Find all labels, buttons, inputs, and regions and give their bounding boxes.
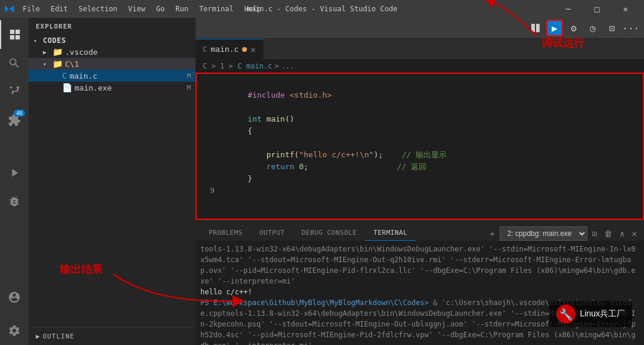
tree-root-codes[interactable]: ▾ CODES	[29, 35, 196, 46]
line-num-2	[196, 89, 215, 101]
code-line-3	[219, 101, 644, 113]
debug-icon[interactable]	[0, 187, 29, 216]
code-line-9: }	[219, 173, 644, 185]
tree-label-vscode: .vscode	[65, 48, 98, 57]
line-num-1	[196, 77, 215, 89]
editor-tabs-bar: C main.c ✕	[196, 39, 644, 60]
code-line-6	[219, 137, 644, 149]
tree-arrow-vscode: ▶	[43, 49, 52, 55]
main-layout: 46 EXPLORER ▾ CODES	[0, 18, 644, 345]
settings-icon[interactable]	[0, 316, 29, 345]
tab-mainc[interactable]: C main.c ✕	[196, 39, 264, 60]
code-line-10	[219, 185, 644, 197]
source-control-icon[interactable]	[0, 77, 29, 106]
explorer-tree: ▾ CODES ▶ 📁 .vscode ▾ 📁 C\1	[29, 35, 196, 327]
tab-output[interactable]: OUTPUT	[251, 225, 293, 241]
menu-go[interactable]: Go	[151, 4, 169, 14]
extensions-icon[interactable]: 46	[0, 106, 29, 135]
tab-file-icon: C	[203, 45, 207, 54]
explorer-icon[interactable]	[0, 20, 29, 49]
outline-arrow: ▶	[36, 332, 41, 340]
menu-file[interactable]: File	[18, 4, 45, 14]
menu-selection[interactable]: Selection	[74, 4, 122, 14]
close-button[interactable]: ✕	[612, 0, 639, 18]
code-line-8: return 0; // 返回	[219, 161, 644, 173]
line-num-10: 9	[196, 185, 215, 197]
breadcrumb: C > 1 > C main.c > ...	[196, 60, 644, 73]
outline-label: OUTLINE	[43, 332, 75, 340]
tree-label-codes: CODES	[43, 36, 66, 45]
maximize-panel-icon[interactable]: ∧	[617, 228, 627, 240]
tree-item-c1[interactable]: ▾ 📁 C\1	[29, 58, 196, 70]
menu-run[interactable]: Run	[171, 4, 193, 14]
breadcrumb-sep2: >	[274, 62, 278, 70]
line-num-4	[196, 113, 215, 125]
menu-bar[interactable]: File Edit Selection View Go Run Terminal…	[18, 4, 267, 14]
menu-edit[interactable]: Edit	[46, 4, 73, 14]
activity-bar: 46	[0, 18, 29, 345]
code-line-4: int main()	[219, 113, 644, 125]
terminal-content[interactable]: tools-1.13.8-win32-x64\debugAdapters\bin…	[196, 241, 644, 345]
menu-view[interactable]: View	[123, 4, 150, 14]
outline-section[interactable]: ▶ OUTLINE	[29, 327, 196, 345]
tab-debug-console[interactable]: DEBUG CONSOLE	[293, 225, 366, 241]
watermark-text: Linux兵工厂	[580, 309, 625, 319]
line-num-5	[196, 125, 215, 137]
breadcrumb-dots: ...	[281, 62, 295, 70]
history-icon[interactable]: ◷	[584, 20, 601, 36]
tree-arrow-codes: ▾	[33, 38, 43, 44]
code-content[interactable]: #include <stdio.h> int main() { printf("…	[219, 73, 644, 220]
maximize-button[interactable]: □	[583, 0, 611, 18]
file-modified-indicator: M	[187, 72, 196, 80]
menu-terminal[interactable]: Terminal	[194, 4, 239, 14]
tree-label-c1: C\1	[65, 60, 79, 69]
line-num-3	[196, 101, 215, 113]
line-num-7	[196, 149, 215, 161]
explorer-header: EXPLORER	[29, 18, 196, 35]
accounts-icon[interactable]	[0, 283, 29, 312]
exe-file-icon: 📄	[62, 83, 72, 92]
editor-toolbar: ▶ ⚙ ◷ ⊡ ···	[196, 18, 644, 39]
more-actions-icon[interactable]: ···	[623, 20, 639, 36]
run-debug-button[interactable]: ▶	[546, 20, 563, 36]
editor-area: ▶ ⚙ ◷ ⊡ ··· C main.c ✕ C > 1 >	[196, 18, 644, 345]
tree-label-mainexe: main.exe	[75, 83, 112, 92]
compare-icon[interactable]: ⊡	[603, 20, 620, 36]
terminal-line-2: hello c/c++!	[200, 287, 639, 297]
breadcrumb-c1: C > 1 >	[203, 62, 233, 70]
terminal-selector[interactable]: 2: cppdbg: main.exe	[500, 226, 587, 241]
vscode-icon	[5, 4, 14, 14]
extensions-badge: 46	[14, 110, 25, 117]
code-view: 9 #include <stdio.h> int main() { printf…	[196, 73, 644, 220]
split-editor-icon[interactable]	[527, 20, 544, 36]
tab-terminal[interactable]: TERMINAL	[365, 225, 416, 241]
svg-rect-1	[536, 24, 540, 32]
kill-terminal-icon[interactable]: 🗑	[602, 228, 615, 240]
close-panel-icon[interactable]: ✕	[630, 228, 639, 240]
svg-rect-0	[531, 24, 535, 32]
c-file-icon: C	[62, 71, 67, 80]
minimize-button[interactable]: ─	[555, 0, 582, 18]
tab-problems[interactable]: PROBLEMS	[200, 225, 251, 241]
tab-close-button[interactable]: ✕	[250, 45, 255, 54]
titlebar: File Edit Selection View Go Run Terminal…	[0, 0, 644, 18]
folder-c1-icon: 📁	[52, 59, 63, 69]
tab-modified-dot	[242, 47, 247, 52]
debug-config-icon[interactable]: ⚙	[565, 20, 582, 36]
tab-label: main.c	[210, 45, 239, 54]
panel-tabs: PROBLEMS OUTPUT DEBUG CONSOLE TERMINAL +…	[196, 220, 644, 241]
watermark: 🔧 Linux兵工厂	[549, 301, 632, 327]
code-line-5: {	[219, 125, 644, 137]
tree-item-mainc[interactable]: C main.c M	[29, 70, 196, 82]
split-terminal-icon[interactable]: ⊡	[590, 228, 599, 240]
run-icon[interactable]	[0, 158, 29, 187]
sidebar: EXPLORER ▾ CODES ▶ 📁 .vscode ▾ 📁 C\1	[29, 18, 196, 345]
search-icon[interactable]	[0, 49, 29, 77]
titlebar-left: File Edit Selection View Go Run Terminal…	[5, 4, 267, 14]
code-line-1	[219, 77, 644, 89]
plus-icon[interactable]: +	[487, 228, 497, 240]
tree-item-mainexe[interactable]: 📄 main.exe M	[29, 82, 196, 94]
tree-item-vscode[interactable]: ▶ 📁 .vscode	[29, 46, 196, 58]
line-num-8	[196, 161, 215, 173]
code-line-7: printf("hello c/c++!\n"); // 输出显示	[219, 149, 644, 161]
